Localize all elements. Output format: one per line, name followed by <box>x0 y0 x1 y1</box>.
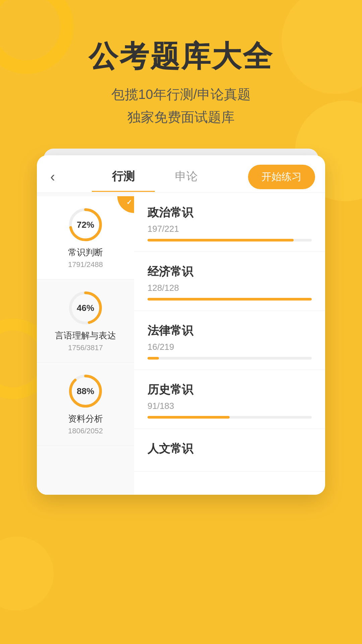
card-body: ✓ 72% 常识判断 1791/2488 <box>37 193 325 495</box>
list-count-3: 16/219 <box>147 342 312 352</box>
hero-subtitle-line2: 独家免费面试题库 <box>0 106 362 128</box>
circle-progress-2: 46% <box>67 289 104 326</box>
tab-shenlun[interactable]: 申论 <box>155 165 218 192</box>
list-title-2: 经济常识 <box>147 264 312 279</box>
list-title-3: 法律常识 <box>147 323 312 338</box>
progress-track-2 <box>147 298 312 301</box>
list-count-4: 91/183 <box>147 401 312 411</box>
bg-decoration-bottom-left <box>0 537 54 610</box>
circle-progress-1: 72% <box>67 206 104 243</box>
card-stack: ‹ 行测 申论 开始练习 ✓ <box>37 155 325 495</box>
tab-xinche[interactable]: 行测 <box>92 165 155 192</box>
hero-section: 公考题库大全 包揽10年行测/申论真题 独家免费面试题库 <box>0 0 362 128</box>
hero-subtitle: 包揽10年行测/申论真题 独家免费面试题库 <box>0 83 362 128</box>
list-item-jingji[interactable]: 经济常识 128/128 <box>134 252 325 311</box>
list-item-lishi[interactable]: 历史常识 91/183 <box>134 370 325 429</box>
percent-label-1: 72% <box>77 219 94 230</box>
start-practice-button[interactable]: 开始练习 <box>248 165 315 189</box>
hero-title: 公考题库大全 <box>0 40 362 73</box>
check-badge: ✓ <box>117 196 134 213</box>
sidebar-count-2: 1756/3817 <box>44 343 127 352</box>
tab-group: 行测 申论 <box>62 165 248 192</box>
list-title-1: 政治常识 <box>147 205 312 220</box>
sidebar-count-1: 1791/2488 <box>44 260 127 269</box>
back-button[interactable]: ‹ <box>47 170 62 187</box>
category-sidebar: ✓ 72% 常识判断 1791/2488 <box>37 193 134 495</box>
progress-track-3 <box>147 357 312 360</box>
sidebar-count-3: 1806/2052 <box>44 427 127 435</box>
card-header: ‹ 行测 申论 开始练习 <box>37 155 325 193</box>
percent-label-2: 46% <box>77 303 94 313</box>
progress-fill-4 <box>147 416 230 419</box>
progress-fill-2 <box>147 298 312 301</box>
sidebar-label-2: 言语理解与表达 <box>44 330 127 341</box>
progress-track-1 <box>147 239 312 241</box>
list-item-renwen[interactable]: 人文常识 <box>134 429 325 472</box>
progress-fill-3 <box>147 357 159 360</box>
list-title-4: 历史常识 <box>147 382 312 397</box>
list-title-5: 人文常识 <box>147 441 312 457</box>
circle-progress-3: 88% <box>67 373 104 410</box>
sidebar-item-yanyulijie[interactable]: 46% 言语理解与表达 1756/3817 <box>37 279 134 363</box>
progress-track-4 <box>147 416 312 419</box>
sidebar-label-1: 常识判断 <box>44 247 127 258</box>
content-list: 政治常识 197/221 经济常识 128/128 法律常识 <box>134 193 325 495</box>
sidebar-item-changshibpanduan[interactable]: ✓ 72% 常识判断 1791/2488 <box>37 196 134 279</box>
sidebar-label-3: 资料分析 <box>44 413 127 425</box>
main-card: ‹ 行测 申论 开始练习 ✓ <box>37 155 325 495</box>
list-count-1: 197/221 <box>147 224 312 234</box>
percent-label-3: 88% <box>77 386 94 396</box>
progress-fill-1 <box>147 239 294 241</box>
checkmark-icon: ✓ <box>126 198 132 206</box>
list-item-zhengzhi[interactable]: 政治常识 197/221 <box>134 193 325 252</box>
list-count-2: 128/128 <box>147 283 312 293</box>
hero-subtitle-line1: 包揽10年行测/申论真题 <box>0 83 362 106</box>
sidebar-item-ziliaofenxi[interactable]: 88% 资料分析 1806/2052 <box>37 363 134 446</box>
list-item-falv[interactable]: 法律常识 16/219 <box>134 311 325 370</box>
